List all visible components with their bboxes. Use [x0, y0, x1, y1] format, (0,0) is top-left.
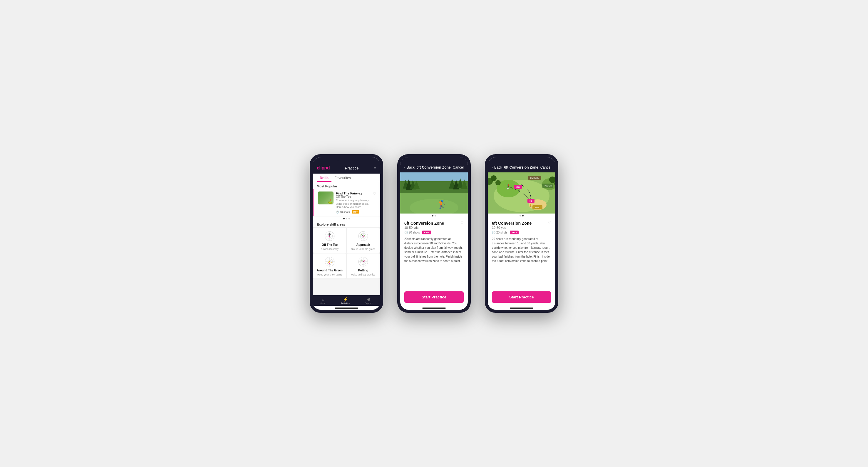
home-indicator-3: [510, 307, 533, 309]
img-dot-3-2: [522, 215, 524, 216]
skill-name-ott: Off The Tee: [322, 243, 338, 246]
svg-text:ROUGH: ROUGH: [544, 185, 552, 187]
skill-card-approach[interactable]: Approach Dial-in to hit the green: [347, 228, 380, 253]
dot-1: [343, 218, 345, 220]
screen2-title: 6ft Conversion Zone: [417, 165, 451, 169]
most-popular-label: Most Popular: [313, 182, 380, 189]
home-indicator-2: [422, 307, 446, 309]
back-chevron-3: ‹: [492, 165, 493, 169]
svg-text:SAND: SAND: [534, 206, 540, 208]
back-button-2[interactable]: ‹ Back: [404, 165, 414, 169]
img-dot-1: [432, 215, 433, 216]
back-label-3: Back: [494, 165, 502, 169]
app-logo: clippd: [317, 165, 330, 171]
detail-desc-3: 20 shots are randomly generated at dista…: [492, 237, 551, 263]
drill-subtitle: Off The Tee: [336, 195, 371, 198]
golfer-figure: 🏌️: [437, 199, 447, 209]
svg-point-52: [549, 176, 555, 183]
svg-text:FAIRWAY: FAIRWAY: [530, 177, 539, 179]
detail-shots-3: 🕐 20 shots: [492, 231, 507, 234]
skill-name-atg: Around The Green: [317, 269, 343, 272]
golf-photo: 🏌️: [400, 172, 468, 213]
skill-desc-approach: Dial-in to hit the green: [351, 247, 375, 251]
favourite-icon[interactable]: ♡: [373, 192, 376, 196]
screen2-body: 6ft Conversion Zone 10-50 yds ♡ 🕐 20 sho…: [400, 218, 468, 291]
skill-desc-putting: Make and lag practice: [351, 273, 375, 276]
nav-capture[interactable]: ⊕ Capture: [365, 297, 373, 305]
detail-tag-2: ARG: [422, 231, 431, 234]
detail-yardage-3: 10-50 yds: [492, 226, 532, 229]
tab-drills[interactable]: Drills: [317, 174, 332, 182]
svg-point-24: [331, 262, 332, 263]
drill-tag: OTT: [352, 210, 360, 213]
phone-2: ‹ Back 6ft Conversion Zone Cancel: [397, 154, 471, 313]
svg-point-15: [364, 235, 365, 236]
activities-icon: ⚡: [343, 297, 348, 302]
tab-favourites[interactable]: Favourites: [332, 174, 354, 182]
scene: clippd Practice ≡ Drills Favourites Most…: [292, 137, 576, 330]
approach-icon: [356, 230, 371, 242]
img-dot-2: [435, 215, 436, 216]
phone-3-notch: [510, 154, 533, 161]
detail-yardage-2: 10-50 yds: [404, 226, 444, 229]
featured-drill-card[interactable]: Find The Fairway Off The Tee Create an i…: [313, 189, 380, 216]
skill-card-putting[interactable]: Putting Make and lag practice: [347, 254, 380, 278]
nav-activities-label: Activities: [341, 302, 350, 305]
skill-card-atg[interactable]: Around The Green Hone your short game: [313, 254, 346, 278]
screen3-body: 6ft Conversion Zone 10-50 yds ♡ 🕐 20 sho…: [488, 218, 555, 291]
drill-shots: 🕐 10 shots: [336, 210, 350, 213]
drill-thumb-image: [318, 192, 334, 204]
putting-icon: [356, 256, 371, 268]
cancel-button-3[interactable]: Cancel: [540, 165, 551, 169]
detail-drill-name-3: 6ft Conversion Zone: [492, 221, 532, 226]
hamburger-icon[interactable]: ≡: [374, 166, 376, 170]
nav-home[interactable]: ⌂ Home: [320, 297, 326, 305]
cancel-button-2[interactable]: Cancel: [453, 165, 464, 169]
explore-title: Explore skill areas: [313, 221, 380, 227]
back-chevron-2: ‹: [404, 165, 405, 169]
detail-meta-3: 🕐 20 shots ARG: [492, 231, 551, 234]
nav-home-label: Home: [320, 302, 326, 305]
back-label-2: Back: [407, 165, 414, 169]
favourite-icon-3[interactable]: ♡: [548, 221, 551, 225]
nav-capture-label: Capture: [365, 302, 373, 305]
ott-icon: [322, 230, 337, 242]
img-dot-3-1: [520, 215, 521, 216]
phone-3-screen: ‹ Back 6ft Conversion Zone Cancel: [488, 157, 555, 310]
drill-name: Find The Fairway: [336, 192, 371, 195]
home-indicator-1: [335, 307, 358, 309]
favourite-icon-2[interactable]: ♡: [460, 221, 464, 225]
carousel-dots: [313, 216, 380, 221]
detail-tag-3: ARG: [510, 231, 519, 234]
start-practice-button-3[interactable]: Start Practice: [492, 291, 551, 303]
atg-icon: [322, 256, 337, 268]
phone-2-notch: [422, 154, 446, 161]
svg-point-23: [328, 262, 329, 263]
skill-card-ott[interactable]: Off The Tee Power accuracy: [313, 228, 346, 253]
image-dots-3: [488, 213, 555, 218]
drill-thumbnail: [318, 192, 334, 204]
detail-meta-2: 🕐 20 shots ARG: [404, 231, 464, 234]
detail-desc-2: 20 shots are randomly generated at dista…: [404, 237, 464, 263]
bottom-nav: ⌂ Home ⚡ Activities ⊕ Capture: [313, 295, 380, 306]
start-practice-button-2[interactable]: Start Practice: [404, 291, 464, 303]
phone-1-notch: [335, 154, 358, 161]
screen3-title: 6ft Conversion Zone: [504, 165, 538, 169]
svg-point-51: [495, 180, 501, 185]
dot-3: [348, 218, 350, 220]
phone-1-screen: clippd Practice ≡ Drills Favourites Most…: [313, 157, 380, 310]
drill-desc: Create an imaginary fairway using trees …: [336, 199, 371, 209]
screen1-content: Most Popular Find The Fairway Off The Te…: [313, 182, 380, 295]
drill-info: Find The Fairway Off The Tee Create an i…: [336, 192, 371, 213]
screen1-page-title: Practice: [345, 166, 359, 170]
nav-activities[interactable]: ⚡ Activities: [341, 297, 350, 305]
detail-drill-name-2: 6ft Conversion Zone: [404, 221, 444, 226]
back-button-3[interactable]: ‹ Back: [492, 165, 502, 169]
phone-1: clippd Practice ≡ Drills Favourites Most…: [310, 154, 383, 313]
home-icon: ⌂: [322, 297, 324, 302]
svg-text:Hit: Hit: [529, 200, 532, 202]
tabs-bar: Drills Favourites: [313, 174, 380, 182]
skill-grid: Off The Tee Power accuracy: [313, 227, 380, 279]
dot-2: [346, 218, 347, 220]
skill-name-approach: Approach: [356, 243, 370, 246]
